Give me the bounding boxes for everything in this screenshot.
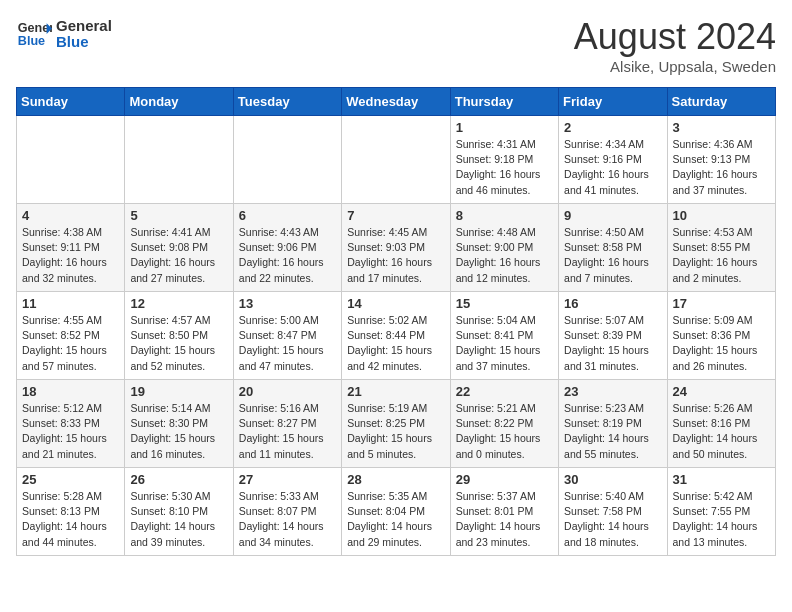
weekday-header-monday: Monday	[125, 88, 233, 116]
calendar-cell: 19Sunrise: 5:14 AM Sunset: 8:30 PM Dayli…	[125, 380, 233, 468]
weekday-row: SundayMondayTuesdayWednesdayThursdayFrid…	[17, 88, 776, 116]
calendar-cell: 4Sunrise: 4:38 AM Sunset: 9:11 PM Daylig…	[17, 204, 125, 292]
day-info: Sunrise: 5:07 AM Sunset: 8:39 PM Dayligh…	[564, 313, 661, 374]
day-number: 15	[456, 296, 553, 311]
calendar-cell: 1Sunrise: 4:31 AM Sunset: 9:18 PM Daylig…	[450, 116, 558, 204]
svg-text:Blue: Blue	[18, 34, 45, 48]
day-number: 30	[564, 472, 661, 487]
calendar-cell: 11Sunrise: 4:55 AM Sunset: 8:52 PM Dayli…	[17, 292, 125, 380]
calendar-cell: 17Sunrise: 5:09 AM Sunset: 8:36 PM Dayli…	[667, 292, 775, 380]
day-info: Sunrise: 5:33 AM Sunset: 8:07 PM Dayligh…	[239, 489, 336, 550]
day-number: 2	[564, 120, 661, 135]
day-info: Sunrise: 5:04 AM Sunset: 8:41 PM Dayligh…	[456, 313, 553, 374]
day-info: Sunrise: 5:37 AM Sunset: 8:01 PM Dayligh…	[456, 489, 553, 550]
calendar-week-4: 18Sunrise: 5:12 AM Sunset: 8:33 PM Dayli…	[17, 380, 776, 468]
calendar-cell: 18Sunrise: 5:12 AM Sunset: 8:33 PM Dayli…	[17, 380, 125, 468]
calendar-cell: 24Sunrise: 5:26 AM Sunset: 8:16 PM Dayli…	[667, 380, 775, 468]
weekday-header-tuesday: Tuesday	[233, 88, 341, 116]
day-info: Sunrise: 4:38 AM Sunset: 9:11 PM Dayligh…	[22, 225, 119, 286]
logo-icon: General Blue	[16, 16, 52, 52]
calendar-cell: 14Sunrise: 5:02 AM Sunset: 8:44 PM Dayli…	[342, 292, 450, 380]
calendar-cell: 25Sunrise: 5:28 AM Sunset: 8:13 PM Dayli…	[17, 468, 125, 556]
day-info: Sunrise: 5:21 AM Sunset: 8:22 PM Dayligh…	[456, 401, 553, 462]
day-number: 9	[564, 208, 661, 223]
day-info: Sunrise: 4:57 AM Sunset: 8:50 PM Dayligh…	[130, 313, 227, 374]
calendar-week-1: 1Sunrise: 4:31 AM Sunset: 9:18 PM Daylig…	[17, 116, 776, 204]
weekday-header-friday: Friday	[559, 88, 667, 116]
day-number: 20	[239, 384, 336, 399]
day-info: Sunrise: 5:09 AM Sunset: 8:36 PM Dayligh…	[673, 313, 770, 374]
calendar-header: SundayMondayTuesdayWednesdayThursdayFrid…	[17, 88, 776, 116]
location: Alsike, Uppsala, Sweden	[574, 58, 776, 75]
day-number: 28	[347, 472, 444, 487]
day-info: Sunrise: 4:36 AM Sunset: 9:13 PM Dayligh…	[673, 137, 770, 198]
day-info: Sunrise: 4:41 AM Sunset: 9:08 PM Dayligh…	[130, 225, 227, 286]
calendar-cell: 5Sunrise: 4:41 AM Sunset: 9:08 PM Daylig…	[125, 204, 233, 292]
logo-blue-text: Blue	[56, 34, 112, 51]
calendar-cell: 10Sunrise: 4:53 AM Sunset: 8:55 PM Dayli…	[667, 204, 775, 292]
calendar-week-3: 11Sunrise: 4:55 AM Sunset: 8:52 PM Dayli…	[17, 292, 776, 380]
day-info: Sunrise: 5:19 AM Sunset: 8:25 PM Dayligh…	[347, 401, 444, 462]
day-info: Sunrise: 5:26 AM Sunset: 8:16 PM Dayligh…	[673, 401, 770, 462]
calendar-cell: 6Sunrise: 4:43 AM Sunset: 9:06 PM Daylig…	[233, 204, 341, 292]
calendar-cell	[17, 116, 125, 204]
day-info: Sunrise: 4:43 AM Sunset: 9:06 PM Dayligh…	[239, 225, 336, 286]
logo: General Blue General Blue	[16, 16, 112, 52]
day-number: 4	[22, 208, 119, 223]
day-info: Sunrise: 5:02 AM Sunset: 8:44 PM Dayligh…	[347, 313, 444, 374]
day-number: 27	[239, 472, 336, 487]
calendar-table: SundayMondayTuesdayWednesdayThursdayFrid…	[16, 87, 776, 556]
title-area: August 2024 Alsike, Uppsala, Sweden	[574, 16, 776, 75]
calendar-cell	[233, 116, 341, 204]
day-info: Sunrise: 5:14 AM Sunset: 8:30 PM Dayligh…	[130, 401, 227, 462]
calendar-cell: 29Sunrise: 5:37 AM Sunset: 8:01 PM Dayli…	[450, 468, 558, 556]
calendar-cell: 21Sunrise: 5:19 AM Sunset: 8:25 PM Dayli…	[342, 380, 450, 468]
day-number: 29	[456, 472, 553, 487]
calendar-cell: 2Sunrise: 4:34 AM Sunset: 9:16 PM Daylig…	[559, 116, 667, 204]
day-info: Sunrise: 5:28 AM Sunset: 8:13 PM Dayligh…	[22, 489, 119, 550]
calendar-cell: 27Sunrise: 5:33 AM Sunset: 8:07 PM Dayli…	[233, 468, 341, 556]
day-number: 26	[130, 472, 227, 487]
day-number: 1	[456, 120, 553, 135]
day-info: Sunrise: 4:53 AM Sunset: 8:55 PM Dayligh…	[673, 225, 770, 286]
day-info: Sunrise: 4:45 AM Sunset: 9:03 PM Dayligh…	[347, 225, 444, 286]
calendar-body: 1Sunrise: 4:31 AM Sunset: 9:18 PM Daylig…	[17, 116, 776, 556]
day-info: Sunrise: 4:34 AM Sunset: 9:16 PM Dayligh…	[564, 137, 661, 198]
day-info: Sunrise: 5:35 AM Sunset: 8:04 PM Dayligh…	[347, 489, 444, 550]
day-info: Sunrise: 4:48 AM Sunset: 9:00 PM Dayligh…	[456, 225, 553, 286]
day-number: 24	[673, 384, 770, 399]
calendar-cell: 31Sunrise: 5:42 AM Sunset: 7:55 PM Dayli…	[667, 468, 775, 556]
calendar-week-5: 25Sunrise: 5:28 AM Sunset: 8:13 PM Dayli…	[17, 468, 776, 556]
day-number: 21	[347, 384, 444, 399]
calendar-cell: 22Sunrise: 5:21 AM Sunset: 8:22 PM Dayli…	[450, 380, 558, 468]
calendar-cell: 15Sunrise: 5:04 AM Sunset: 8:41 PM Dayli…	[450, 292, 558, 380]
day-number: 14	[347, 296, 444, 311]
calendar-week-2: 4Sunrise: 4:38 AM Sunset: 9:11 PM Daylig…	[17, 204, 776, 292]
day-info: Sunrise: 5:00 AM Sunset: 8:47 PM Dayligh…	[239, 313, 336, 374]
calendar-cell: 12Sunrise: 4:57 AM Sunset: 8:50 PM Dayli…	[125, 292, 233, 380]
day-info: Sunrise: 4:31 AM Sunset: 9:18 PM Dayligh…	[456, 137, 553, 198]
calendar-cell: 8Sunrise: 4:48 AM Sunset: 9:00 PM Daylig…	[450, 204, 558, 292]
calendar-cell: 16Sunrise: 5:07 AM Sunset: 8:39 PM Dayli…	[559, 292, 667, 380]
day-info: Sunrise: 5:42 AM Sunset: 7:55 PM Dayligh…	[673, 489, 770, 550]
calendar-cell: 13Sunrise: 5:00 AM Sunset: 8:47 PM Dayli…	[233, 292, 341, 380]
calendar-cell: 9Sunrise: 4:50 AM Sunset: 8:58 PM Daylig…	[559, 204, 667, 292]
month-title: August 2024	[574, 16, 776, 58]
day-number: 16	[564, 296, 661, 311]
day-info: Sunrise: 5:16 AM Sunset: 8:27 PM Dayligh…	[239, 401, 336, 462]
weekday-header-wednesday: Wednesday	[342, 88, 450, 116]
day-number: 11	[22, 296, 119, 311]
day-info: Sunrise: 5:30 AM Sunset: 8:10 PM Dayligh…	[130, 489, 227, 550]
calendar-cell	[125, 116, 233, 204]
page-header: General Blue General Blue August 2024 Al…	[16, 16, 776, 75]
day-number: 19	[130, 384, 227, 399]
day-number: 18	[22, 384, 119, 399]
weekday-header-thursday: Thursday	[450, 88, 558, 116]
calendar-cell: 7Sunrise: 4:45 AM Sunset: 9:03 PM Daylig…	[342, 204, 450, 292]
day-info: Sunrise: 4:55 AM Sunset: 8:52 PM Dayligh…	[22, 313, 119, 374]
logo-general-text: General	[56, 18, 112, 35]
day-number: 13	[239, 296, 336, 311]
day-number: 7	[347, 208, 444, 223]
calendar-cell: 3Sunrise: 4:36 AM Sunset: 9:13 PM Daylig…	[667, 116, 775, 204]
day-number: 10	[673, 208, 770, 223]
